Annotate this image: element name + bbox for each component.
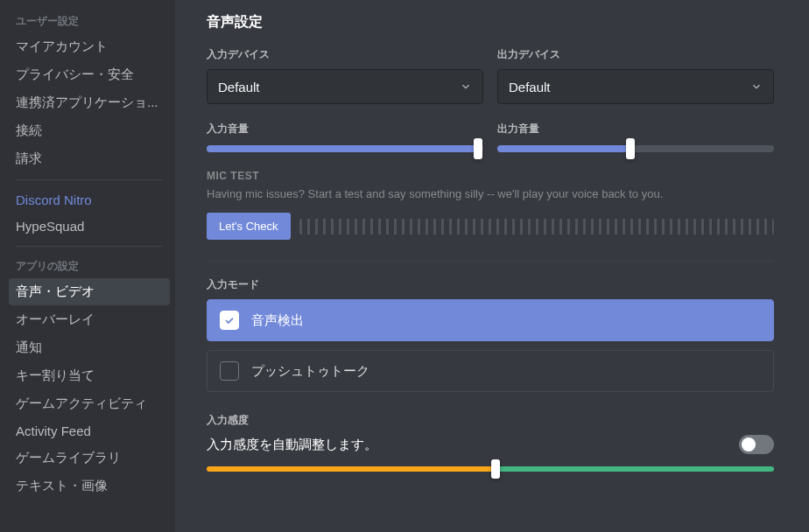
input-mode-label: 入力モード xyxy=(207,277,774,292)
output-volume-slider[interactable] xyxy=(497,145,774,152)
output-device-select[interactable]: Default xyxy=(497,69,774,104)
slider-thumb[interactable] xyxy=(626,138,635,159)
mic-test-label: MIC TEST xyxy=(207,170,774,182)
sidebar-item[interactable]: ゲームアクティビティ xyxy=(9,390,170,417)
sidebar-divider xyxy=(16,179,163,180)
sidebar-item-nitro[interactable]: Discord Nitro xyxy=(9,187,170,213)
checkbox-checked-icon xyxy=(220,311,239,330)
chevron-down-icon xyxy=(750,80,763,93)
mic-level-meter xyxy=(299,219,774,234)
auto-sensitivity-toggle[interactable] xyxy=(739,435,774,454)
main-content: 音声設定 入力デバイス Default 出力デバイス Default 入力音量 xyxy=(175,0,809,532)
sidebar-item-hypesquad[interactable]: HypeSquad xyxy=(9,214,170,239)
input-sensitivity-label: 入力感度 xyxy=(207,413,774,428)
page-title: 音声設定 xyxy=(207,13,774,32)
mode-label: プッシュトゥトーク xyxy=(251,363,369,380)
sidebar-item[interactable]: プライバシー・安全 xyxy=(9,61,170,88)
auto-sensitivity-text: 入力感度を自動調整します。 xyxy=(207,437,377,453)
output-volume-label: 出力音量 xyxy=(497,122,774,136)
sidebar-item[interactable]: Activity Feed xyxy=(9,418,170,444)
sidebar-item[interactable]: マイアカウント xyxy=(9,33,170,60)
slider-thumb[interactable] xyxy=(474,138,482,159)
sidebar-header-user: ユーザー設定 xyxy=(9,9,170,32)
lets-check-button[interactable]: Let's Check xyxy=(207,213,291,240)
sidebar-item[interactable]: 接続 xyxy=(9,117,170,144)
sidebar-item[interactable]: 連携済アプリケーショ... xyxy=(9,89,170,116)
sidebar-item[interactable]: 音声・ビデオ xyxy=(9,278,170,305)
sidebar-header-app: アプリの設定 xyxy=(9,254,170,277)
toggle-knob xyxy=(742,438,756,452)
sidebar-item[interactable]: キー割り当て xyxy=(9,362,170,389)
mode-label: 音声検出 xyxy=(251,312,304,329)
sidebar-item[interactable]: 通知 xyxy=(9,334,170,361)
input-device-select[interactable]: Default xyxy=(207,69,483,104)
input-mode-push-to-talk[interactable]: プッシュトゥトーク xyxy=(207,350,774,392)
sidebar-item[interactable]: 請求 xyxy=(9,145,170,172)
checkbox-unchecked-icon xyxy=(220,361,239,381)
output-device-value: Default xyxy=(509,80,551,94)
sensitivity-slider[interactable] xyxy=(207,466,774,472)
input-volume-label: 入力音量 xyxy=(207,122,483,136)
mic-test-desc: Having mic issues? Start a test and say … xyxy=(207,187,774,200)
chevron-down-icon xyxy=(460,80,472,93)
output-device-label: 出力デバイス xyxy=(497,47,774,62)
input-volume-slider[interactable] xyxy=(207,145,483,152)
sidebar-item[interactable]: ゲームライブラリ xyxy=(9,444,170,472)
sidebar-item[interactable]: テキスト・画像 xyxy=(9,472,170,500)
input-device-value: Default xyxy=(218,80,260,94)
sidebar-item[interactable]: オーバーレイ xyxy=(9,306,170,333)
input-device-label: 入力デバイス xyxy=(207,47,483,62)
sidebar: ユーザー設定 マイアカウントプライバシー・安全連携済アプリケーショ...接続請求… xyxy=(0,0,175,532)
input-mode-voice-activity[interactable]: 音声検出 xyxy=(207,299,774,341)
sidebar-divider xyxy=(16,246,163,247)
section-divider xyxy=(207,261,774,262)
slider-thumb[interactable] xyxy=(491,459,500,479)
